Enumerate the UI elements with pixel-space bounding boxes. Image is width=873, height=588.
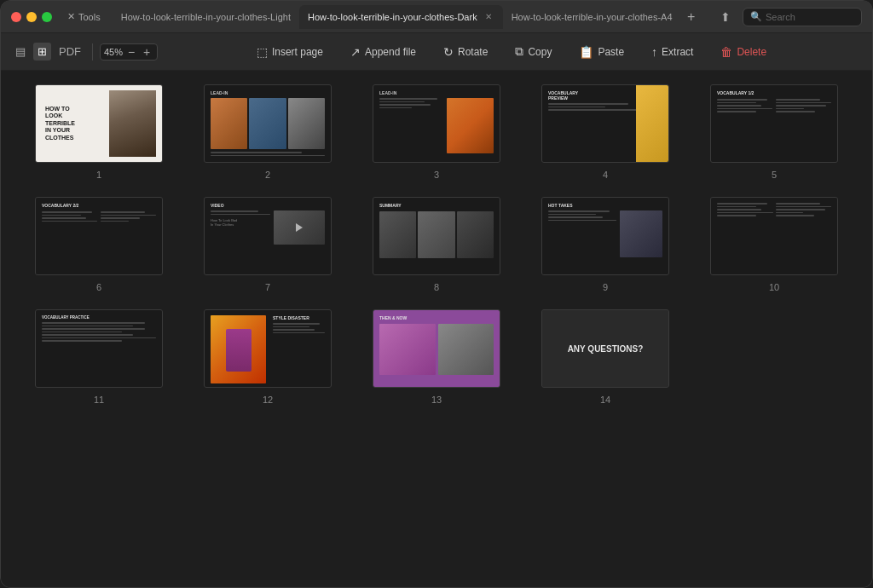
slide-1-title: HOW TOLOOKTERRIBLEIN YOURCLOTHES — [45, 106, 102, 141]
slide-3-content — [379, 98, 494, 153]
rotate-button[interactable]: ↻ Rotate — [436, 42, 494, 62]
page-item[interactable]: HOW TOLOOKTERRIBLEIN YOURCLOTHES 1 — [21, 84, 176, 180]
page-thumb-6[interactable]: VOCABULARY 2/2 — [35, 197, 163, 275]
page-item[interactable]: VOCABULARY 2/2 — [21, 197, 176, 292]
page-item[interactable]: 10 — [697, 197, 852, 292]
slide-5-title: VOCABULARY 1/2 — [717, 90, 831, 95]
slide-8-title: SUMMARY — [379, 203, 494, 208]
slide-8-img2 — [418, 211, 454, 258]
page-item[interactable]: THEN & NOW 13 — [359, 309, 514, 405]
tools-menu-button[interactable]: ✕ Tools — [62, 9, 106, 24]
page-number-9: 9 — [603, 282, 608, 292]
page-thumb-4[interactable]: VOCABULARYPREVIEW — [541, 84, 669, 163]
page-item[interactable]: LEAD-IN 2 — [190, 84, 345, 180]
delete-button[interactable]: 🗑 Delete — [714, 42, 773, 62]
search-box[interactable]: 🔍 Search — [743, 8, 862, 26]
page-thumb-7[interactable]: VIDEO How To Look BadIn Your Clothes — [204, 197, 332, 275]
view-single-button[interactable]: ▤ — [11, 43, 30, 61]
slide-3: LEAD-IN — [373, 85, 500, 162]
page-thumb-14[interactable]: ANY QUESTIONS? — [541, 309, 669, 388]
slide-2-img3 — [288, 98, 325, 149]
append-file-button[interactable]: ↗ Append file — [344, 42, 423, 62]
slide-line — [211, 152, 302, 153]
slide-line — [211, 214, 270, 216]
search-placeholder: Search — [766, 12, 795, 22]
page-item[interactable]: VOCABULARYPREVIEW 4 — [528, 84, 683, 180]
slide-7-title: VIDEO — [211, 203, 325, 208]
paste-button[interactable]: 📋 Paste — [572, 42, 631, 62]
new-tab-button[interactable]: + — [681, 7, 702, 27]
divider-1 — [92, 43, 93, 61]
zoom-plus-button[interactable]: + — [140, 45, 153, 59]
slide-2-label: LEAD-IN — [211, 90, 325, 95]
page-number-6: 6 — [96, 282, 101, 292]
share-icon: ⬆ — [720, 10, 731, 24]
copy-button[interactable]: ⧉ Copy — [508, 41, 558, 62]
page-item[interactable]: LEAD-IN 3 — [359, 84, 514, 180]
slide-line — [42, 211, 92, 213]
slide-3-lines — [379, 98, 443, 153]
page-thumb-10[interactable] — [710, 197, 838, 275]
slide-line — [42, 334, 133, 336]
slide-7: VIDEO How To Look BadIn Your Clothes — [205, 198, 331, 274]
page-number-11: 11 — [94, 395, 104, 405]
page-thumb-2[interactable]: LEAD-IN — [204, 84, 332, 163]
main-content[interactable]: HOW TOLOOKTERRIBLEIN YOURCLOTHES 1 LEAD-… — [1, 71, 872, 587]
slide-line — [776, 99, 820, 101]
copy-label: Copy — [528, 46, 552, 58]
page-item[interactable]: ANY QUESTIONS? 14 — [528, 309, 683, 405]
view-single-icon: ▤ — [15, 45, 26, 58]
page-thumb-5[interactable]: VOCABULARY 1/2 — [710, 84, 838, 163]
slide-13-content — [379, 324, 494, 375]
slide-4-image — [636, 85, 668, 162]
delete-icon: 🗑 — [720, 45, 732, 59]
page-thumb-11[interactable]: VOCABULARY PRACTICE — [35, 309, 163, 388]
slide-line — [273, 323, 320, 325]
page-item[interactable]: SUMMARY 8 — [359, 197, 514, 292]
share-button[interactable]: ⬆ — [715, 9, 736, 26]
slide-line — [101, 215, 156, 216]
page-item[interactable]: STYLE DISASTER 12 — [190, 309, 345, 405]
tab-close-icon[interactable]: ✕ — [483, 11, 494, 23]
slide-line — [548, 210, 610, 212]
page-thumb-3[interactable]: LEAD-IN — [373, 84, 500, 163]
tab-light-label: How-to-look-terrible-in-your-clothes-Lig… — [121, 12, 291, 22]
page-thumb-13[interactable]: THEN & NOW — [373, 309, 500, 388]
page-item[interactable]: VOCABULARY PRACTICE 11 — [21, 309, 176, 405]
zoom-minus-button[interactable]: − — [124, 45, 138, 59]
page-number-1: 1 — [96, 170, 101, 180]
slide-7-lines: How To Look BadIn Your Clothes — [211, 210, 270, 245]
slide-10-content — [717, 203, 831, 267]
page-thumb-12[interactable]: STYLE DISASTER — [204, 309, 332, 388]
minimize-button[interactable] — [26, 12, 37, 22]
page-number-2: 2 — [265, 170, 270, 180]
slide-line — [776, 111, 815, 112]
slide-line — [776, 203, 820, 205]
zoom-control: 45% − + — [100, 43, 158, 61]
page-number-14: 14 — [600, 395, 610, 405]
maximize-button[interactable] — [42, 12, 52, 22]
page-thumb-8[interactable]: SUMMARY — [373, 197, 500, 275]
tab-a4[interactable]: How-to-look-terrible-in-your-clothes-A4 — [503, 5, 681, 29]
view-pdf-button[interactable]: PDF — [55, 43, 85, 61]
slide-line — [379, 104, 431, 106]
tab-a4-label: How-to-look-terrible-in-your-clothes-A4 — [512, 12, 673, 22]
tab-light[interactable]: How-to-look-terrible-in-your-clothes-Lig… — [113, 5, 299, 29]
slide-line — [379, 101, 425, 103]
slide-line — [42, 340, 122, 342]
page-item[interactable]: HOT TAKES 9 — [528, 197, 683, 292]
view-grid-button[interactable]: ⊞ — [33, 43, 51, 61]
close-button[interactable] — [11, 12, 21, 22]
tab-dark[interactable]: How-to-look-terrible-in-your-clothes-Dar… — [299, 5, 503, 29]
page-thumb-1[interactable]: HOW TOLOOKTERRIBLEIN YOURCLOTHES — [35, 84, 163, 163]
extract-button[interactable]: ↑ Extract — [645, 42, 700, 62]
slide-10 — [711, 198, 837, 274]
page-thumb-9[interactable]: HOT TAKES — [541, 197, 669, 275]
slide-line — [211, 155, 325, 157]
page-item[interactable]: VOCABULARY 1/2 — [697, 84, 852, 180]
slide-5-grid — [717, 99, 831, 112]
insert-page-button[interactable]: ⬚ Insert page — [250, 42, 330, 62]
page-item[interactable]: VIDEO How To Look BadIn Your Clothes — [190, 197, 345, 292]
slide-2-lines — [211, 152, 325, 156]
slide-2-grid — [211, 98, 325, 149]
